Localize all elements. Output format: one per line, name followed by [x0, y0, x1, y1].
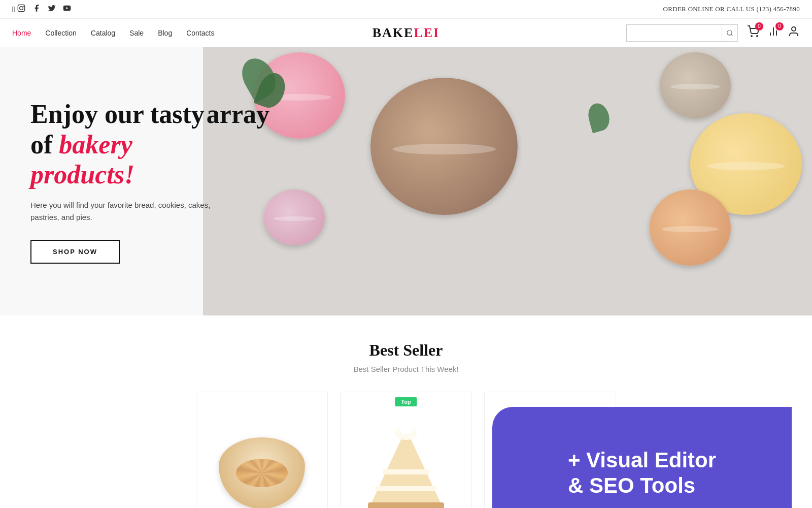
logo[interactable]: BAKELEI: [373, 25, 440, 41]
logo-part1: BAKE: [373, 25, 414, 40]
svg-marker-12: [370, 429, 442, 505]
cake-slice-svg: [365, 424, 447, 508]
logo-part2: LEI: [414, 25, 439, 40]
svg-point-7: [757, 36, 758, 37]
products-grid: Top: [20, 392, 792, 508]
cake-image-1: [219, 437, 305, 508]
search-bar[interactable]: [626, 24, 738, 42]
facebook-icon[interactable]: [32, 4, 41, 14]
nav-bar: Home Collection Catalog Sale Blog Contac…: [0, 19, 812, 47]
macaron-beige: [660, 52, 731, 118]
product-card-2[interactable]: Top: [340, 392, 472, 508]
twitter-icon[interactable]: [48, 4, 56, 14]
product-card-1[interactable]: [196, 392, 328, 508]
nav-contacts[interactable]: Contacts: [186, 29, 214, 37]
svg-point-6: [751, 36, 752, 37]
svg-rect-17: [368, 502, 444, 508]
social-icons: : [12, 4, 71, 14]
compare-badge: 0: [775, 22, 784, 30]
hero-title-line1: Enjoy our tasty: [30, 100, 205, 129]
youtube-icon[interactable]: [63, 4, 71, 14]
hero-subtitle: Here you will find your favorite bread, …: [30, 199, 223, 224]
section-subtitle: Best Seller Product This Week!: [20, 365, 792, 373]
macaron-cream: [650, 189, 731, 266]
nav-blog[interactable]: Blog: [158, 29, 172, 37]
svg-line-5: [731, 34, 733, 36]
svg-point-4: [727, 30, 732, 35]
nav-home[interactable]: Home: [12, 29, 31, 37]
mint-leaf-3: [586, 101, 613, 133]
search-button[interactable]: [722, 25, 737, 41]
svg-point-2: [23, 6, 24, 7]
section-title: Best Seller: [20, 341, 792, 360]
instagram-icon[interactable]: : [12, 4, 25, 14]
hero-background: [203, 47, 812, 315]
macaron-brown: [370, 78, 518, 215]
hero-content: Enjoy our tasty array of bakery products…: [0, 99, 284, 264]
hero-title-pink: bakery: [59, 130, 132, 159]
cart-badge: 0: [755, 22, 763, 30]
product-badge: Top: [395, 397, 417, 406]
nav-actions: 0 0: [747, 25, 800, 41]
svg-point-16: [399, 424, 413, 434]
top-bar:  ORDER ONLINE OR CALL US (123) 456-7890: [0, 0, 812, 19]
hero-title: Enjoy our tasty array of bakery products…: [30, 99, 284, 190]
svg-point-11: [792, 27, 796, 31]
visual-editor-text: + Visual Editor & SEO Tools: [568, 448, 716, 499]
cake-image-2: [365, 424, 447, 508]
shop-now-button[interactable]: SHOP NOW: [30, 240, 120, 264]
nav-collection[interactable]: Collection: [45, 29, 76, 37]
nav-catalog[interactable]: Catalog: [91, 29, 115, 37]
visual-editor-overlay: + Visual Editor & SEO Tools: [492, 407, 792, 508]
account-icon[interactable]: [788, 25, 800, 41]
nav-sale[interactable]: Sale: [129, 29, 144, 37]
hero-section: Enjoy our tasty array of bakery products…: [0, 47, 812, 315]
visual-editor-line2: & SEO Tools: [568, 473, 716, 498]
search-input[interactable]: [627, 25, 722, 41]
contact-text: ORDER ONLINE OR CALL US (123) 456-7890: [663, 5, 800, 13]
compare-icon[interactable]: 0: [767, 25, 780, 41]
hero-title-products: products!: [30, 160, 284, 190]
nav-links: Home Collection Catalog Sale Blog Contac…: [12, 29, 214, 37]
visual-editor-line1: + Visual Editor: [568, 448, 716, 473]
cart-icon[interactable]: 0: [747, 25, 759, 41]
best-seller-section: Best Seller Best Seller Product This Wee…: [0, 315, 812, 508]
svg-point-1: [20, 7, 23, 10]
svg-rect-0: [18, 5, 24, 11]
